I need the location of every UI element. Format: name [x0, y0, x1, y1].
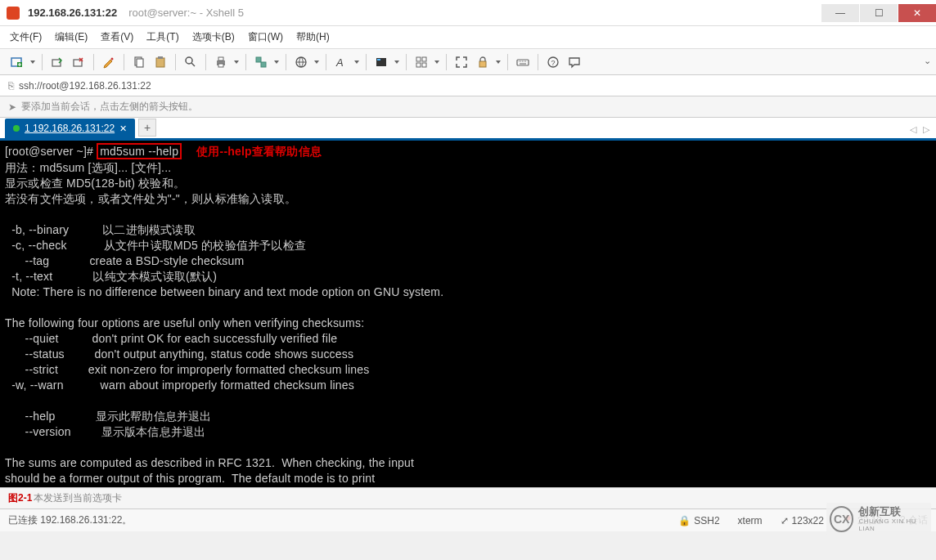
toolbar: A ? ⌄ [0, 49, 936, 75]
separator [406, 54, 407, 70]
watermark-sub: CHUANG XIN HU LIAN [858, 517, 928, 532]
language-dropdown[interactable] [313, 53, 320, 71]
language-icon[interactable] [292, 53, 310, 71]
svg-rect-14 [261, 62, 266, 67]
separator [124, 54, 124, 70]
send-bar: 图2-1 本发送到当前选项卡 [0, 487, 936, 508]
menu-help[interactable]: 帮助(H) [296, 30, 330, 44]
close-button[interactable]: ✕ [898, 4, 936, 22]
separator [175, 54, 176, 70]
color-scheme-icon[interactable] [372, 53, 390, 71]
connection-status: 已连接 192.168.26.131:22。 [8, 513, 132, 527]
watermark-logo-icon: CX [830, 506, 853, 532]
separator [245, 54, 246, 70]
svg-rect-13 [256, 57, 261, 62]
terminal-annotation: 使用--help查看帮助信息 [182, 145, 322, 158]
terminal-output: 用法：md5sum [选项]... [文件]... 显示或检查 MD5(128-… [5, 160, 931, 486]
layout-dropdown[interactable] [434, 53, 440, 71]
separator [93, 54, 94, 70]
menu-edit[interactable]: 编辑(E) [55, 30, 88, 44]
svg-text:?: ? [551, 59, 556, 67]
lock-dropdown[interactable] [495, 53, 502, 71]
keyboard-icon[interactable] [514, 53, 532, 71]
new-session-icon[interactable] [8, 53, 26, 71]
separator [286, 54, 286, 70]
fullscreen-icon[interactable] [452, 53, 470, 71]
help-icon[interactable]: ? [544, 53, 562, 71]
status-ssh: 🔒 SSH2 [678, 515, 719, 526]
watermark-brand: 创新互联 [858, 506, 928, 517]
separator [507, 54, 508, 70]
separator [205, 54, 206, 70]
find-icon[interactable] [182, 53, 200, 71]
window-subtitle: root@server:~ - Xshell 5 [128, 7, 244, 19]
new-tab-button[interactable]: + [138, 119, 156, 137]
separator [366, 54, 367, 70]
color-dropdown[interactable] [394, 53, 400, 71]
hint-text: 要添加当前会话，点击左侧的箭头按钮。 [21, 100, 198, 114]
svg-rect-12 [218, 64, 223, 67]
layout-icon[interactable] [412, 53, 430, 71]
terminal[interactable]: [root@server ~]# md5sum --help使用--help查看… [0, 141, 936, 487]
menu-file[interactable]: 文件(F) [10, 30, 42, 44]
menu-window[interactable]: 窗口(W) [248, 30, 283, 44]
disconnect-icon[interactable] [70, 53, 88, 71]
font-icon[interactable]: A [332, 53, 350, 71]
svg-rect-8 [158, 56, 163, 59]
status-term: xterm [738, 515, 763, 526]
svg-rect-20 [422, 57, 426, 61]
separator [326, 54, 326, 70]
font-dropdown[interactable] [353, 53, 360, 71]
copy-icon[interactable] [130, 53, 148, 71]
address-url[interactable]: ssh://root@192.168.26.131:22 [19, 80, 151, 92]
terminal-command: md5sum --help [97, 143, 182, 159]
new-session-dropdown[interactable] [29, 53, 36, 71]
menu-tools[interactable]: 工具(T) [146, 30, 178, 44]
toolbar-overflow-icon[interactable]: ⌄ [924, 56, 931, 66]
svg-rect-11 [218, 57, 223, 60]
maximize-button[interactable]: ☐ [860, 4, 898, 22]
properties-icon[interactable] [100, 53, 118, 71]
window-host: 192.168.26.131:22 [28, 7, 117, 19]
session-tab[interactable]: 1 192.168.26.131:22 ✕ [5, 119, 135, 138]
separator [42, 54, 43, 70]
watermark: CX 创新互联 CHUANG XIN HU LIAN [826, 503, 931, 535]
minimize-button[interactable]: — [821, 4, 859, 22]
send-hint: 本发送到当前选项卡 [34, 491, 122, 505]
svg-rect-18 [377, 59, 380, 60]
lock-icon[interactable] [474, 53, 492, 71]
window-controls: — ☐ ✕ [821, 4, 936, 22]
paste-icon[interactable] [151, 53, 169, 71]
status-bar: 已连接 192.168.26.131:22。 🔒 SSH2 xterm ⤢ 12… [0, 508, 936, 531]
terminal-prompt: [root@server ~]# [5, 145, 97, 158]
menu-tabs[interactable]: 选项卡(B) [192, 30, 235, 44]
svg-rect-21 [416, 63, 421, 67]
title-bar: 192.168.26.131:22 root@server:~ - Xshell… [0, 0, 936, 26]
tab-prev-icon[interactable]: ◁ [910, 124, 916, 135]
print-dropdown[interactable] [233, 53, 240, 71]
feedback-icon[interactable] [565, 53, 583, 71]
svg-rect-22 [422, 63, 426, 67]
address-bar: ⎘ ssh://root@192.168.26.131:22 [0, 75, 936, 96]
print-icon[interactable] [212, 53, 230, 71]
separator [446, 54, 447, 70]
xftp-icon[interactable] [252, 53, 270, 71]
menu-bar: 文件(F) 编辑(E) 查看(V) 工具(T) 选项卡(B) 窗口(W) 帮助(… [0, 26, 936, 49]
tab-label: 1 192.168.26.131:22 [25, 123, 115, 134]
add-session-arrow-icon[interactable]: ➤ [8, 101, 16, 113]
svg-rect-7 [156, 58, 164, 67]
svg-point-4 [111, 57, 114, 60]
reconnect-icon[interactable] [48, 53, 66, 71]
svg-rect-24 [517, 60, 529, 65]
app-icon [7, 7, 20, 20]
status-size: ⤢ 123x22 [781, 515, 824, 526]
xftp-dropdown[interactable] [273, 53, 280, 71]
svg-text:A: A [335, 56, 344, 69]
figure-label: 图2-1 [8, 491, 32, 505]
menu-view[interactable]: 查看(V) [101, 30, 133, 44]
tab-next-icon[interactable]: ▷ [923, 124, 929, 135]
tab-close-icon[interactable]: ✕ [119, 123, 127, 134]
copy-url-icon[interactable]: ⎘ [8, 80, 14, 92]
tab-nav: ◁ ▷ [910, 124, 929, 135]
svg-rect-19 [416, 57, 421, 61]
